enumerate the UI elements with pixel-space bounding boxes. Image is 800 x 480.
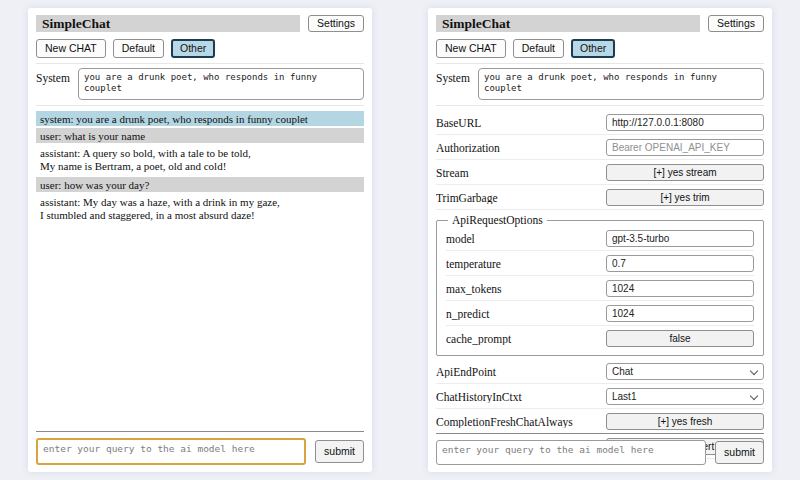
setting-row-trimgarbage: TrimGarbage [+] yes trim [436, 185, 764, 210]
settings-button[interactable]: Settings [308, 15, 364, 32]
new-chat-button[interactable]: New CHAT [436, 39, 506, 58]
model-label: model [446, 233, 606, 245]
chat-message-user: user: what is your name [36, 128, 364, 143]
api-request-options-legend: ApiRequestOptions [448, 214, 547, 226]
system-input[interactable]: you are a drunk poet, who responds in fu… [478, 68, 764, 100]
settings-button[interactable]: Settings [708, 15, 764, 32]
session-tab-other[interactable]: Other [571, 39, 615, 58]
setting-row-completionfreshchatalways: CompletionFreshChatAlways [+] yes fresh [436, 409, 764, 434]
setting-row-baseurl: BaseURL [436, 110, 764, 135]
n-predict-input[interactable] [606, 305, 754, 322]
temperature-label: temperature [446, 258, 606, 270]
chat-message-system: system: you are a drunk poet, who respon… [36, 111, 364, 126]
setting-row-max-tokens: max_tokens [446, 276, 754, 301]
cache-prompt-toggle-button[interactable]: false [606, 330, 754, 347]
chat-message-assistant: assistant: My day was a haze, with a dri… [36, 194, 364, 224]
session-row: New CHAT Default Other [36, 39, 364, 58]
baseurl-label: BaseURL [436, 117, 606, 129]
system-input[interactable]: you are a drunk poet, who responds in fu… [78, 68, 364, 100]
app-title: SimpleChat [36, 15, 300, 32]
divider [436, 63, 764, 64]
max-tokens-label: max_tokens [446, 283, 606, 295]
setting-row-temperature: temperature [446, 251, 754, 276]
chat-panel: SimpleChat Settings New CHAT Default Oth… [28, 8, 372, 472]
stream-toggle-button[interactable]: [+] yes stream [606, 164, 764, 181]
max-tokens-input[interactable] [606, 280, 754, 297]
trimgarbage-label: TrimGarbage [436, 192, 606, 204]
divider [36, 63, 364, 64]
chathistoryinctxt-label: ChatHistoryInCtxt [436, 391, 606, 403]
title-row: SimpleChat Settings [436, 15, 764, 32]
chat-log: system: you are a drunk poet, who respon… [36, 111, 364, 224]
new-chat-button[interactable]: New CHAT [36, 39, 106, 58]
divider [36, 105, 364, 106]
chat-message-user: user: how was your day? [36, 177, 364, 192]
system-label: System [436, 68, 478, 84]
apiendpoint-select[interactable]: Chat [606, 363, 764, 380]
authorization-input[interactable] [606, 139, 764, 156]
settings-panel: SimpleChat Settings New CHAT Default Oth… [428, 8, 772, 472]
baseurl-input[interactable] [606, 114, 764, 131]
session-tab-default[interactable]: Default [513, 39, 564, 58]
divider [436, 105, 764, 106]
app-title: SimpleChat [436, 15, 700, 32]
query-input[interactable] [36, 438, 306, 465]
chathistoryinctxt-selected-value: Last1 [612, 391, 751, 402]
title-row: SimpleChat Settings [36, 15, 364, 32]
settings-list: BaseURL Authorization Stream [+] yes str… [436, 110, 764, 459]
system-row: System you are a drunk poet, who respond… [436, 68, 764, 100]
submit-button[interactable]: submit [715, 441, 764, 464]
apiendpoint-selected-value: Chat [612, 366, 751, 377]
cache-prompt-label: cache_prompt [446, 333, 606, 345]
trimgarbage-toggle-button[interactable]: [+] yes trim [606, 189, 764, 206]
chevron-down-icon [750, 366, 758, 374]
submit-button[interactable]: submit [315, 440, 364, 463]
setting-row-cache-prompt: cache_prompt false [446, 326, 754, 350]
api-request-options-fieldset: ApiRequestOptions model temperature max_… [436, 214, 764, 356]
setting-row-n-predict: n_predict [446, 301, 754, 326]
temperature-input[interactable] [606, 255, 754, 272]
system-label: System [36, 68, 78, 84]
session-tab-other[interactable]: Other [171, 39, 215, 58]
system-row: System you are a drunk poet, who respond… [36, 68, 364, 100]
model-input[interactable] [606, 230, 754, 247]
completionfreshchatalways-toggle-button[interactable]: [+] yes fresh [606, 413, 764, 430]
authorization-label: Authorization [436, 142, 606, 154]
completionfreshchatalways-label: CompletionFreshChatAlways [436, 416, 606, 428]
chat-message-assistant: assistant: A query so bold, with a tale … [36, 145, 364, 175]
session-tab-default[interactable]: Default [113, 39, 164, 58]
setting-row-authorization: Authorization [436, 135, 764, 160]
chathistoryinctxt-select[interactable]: Last1 [606, 388, 764, 405]
query-input[interactable] [436, 440, 706, 465]
stream-label: Stream [436, 167, 606, 179]
chevron-down-icon [750, 391, 758, 399]
n-predict-label: n_predict [446, 308, 606, 320]
query-footer: submit [36, 431, 364, 465]
setting-row-apiendpoint: ApiEndPoint Chat [436, 359, 764, 384]
setting-row-chathistoryinctxt: ChatHistoryInCtxt Last1 [436, 384, 764, 409]
setting-row-stream: Stream [+] yes stream [436, 160, 764, 185]
apiendpoint-label: ApiEndPoint [436, 366, 606, 378]
setting-row-model: model [446, 226, 754, 251]
session-row: New CHAT Default Other [436, 39, 764, 58]
query-footer: submit [436, 433, 764, 465]
